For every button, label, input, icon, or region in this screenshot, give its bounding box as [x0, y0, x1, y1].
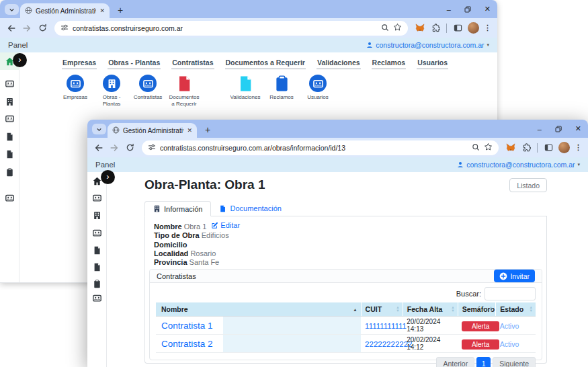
tab-close-icon[interactable]: ✕: [187, 127, 192, 134]
invitar-button[interactable]: Invitar: [494, 270, 535, 282]
menu-kebab-icon[interactable]: ⋮: [575, 143, 582, 152]
sidebar-item-empresas[interactable]: [0, 79, 19, 88]
column-header-semaforo[interactable]: Semáforo ▲▼: [458, 302, 496, 317]
extensions-puzzle-icon[interactable]: [430, 23, 441, 34]
zoom-icon[interactable]: [472, 142, 480, 154]
sidebar-item-usuarios[interactable]: [87, 294, 106, 302]
nav-link-documentos[interactable]: Documentos a Requerir: [225, 58, 306, 69]
estado-link[interactable]: Activo: [500, 322, 519, 330]
profile-avatar[interactable]: [468, 22, 479, 34]
sidebar-item-contratistas[interactable]: [0, 114, 19, 123]
user-menu[interactable]: constructora@constructora.com.ar ▾: [457, 161, 580, 169]
new-tab-button[interactable]: +: [114, 3, 127, 17]
bookmark-star-icon[interactable]: [484, 142, 493, 154]
extension-fox-icon[interactable]: [415, 23, 425, 34]
contratista-link[interactable]: Contratista 2: [161, 339, 213, 349]
sidebar-item-reclamos[interactable]: [87, 280, 106, 288]
shortcut-usuarios[interactable]: Usuarios: [300, 75, 336, 101]
tab-close-icon[interactable]: ✕: [99, 7, 105, 14]
sidebar-expand-button[interactable]: ›: [101, 170, 115, 184]
page-1-button[interactable]: 1: [476, 357, 491, 367]
column-header-fecha-alta[interactable]: Fecha Alta ▲▼: [403, 302, 458, 317]
zoom-icon[interactable]: [381, 22, 389, 34]
editar-link[interactable]: Editar: [211, 221, 240, 230]
sidebar-item-obras[interactable]: [0, 97, 19, 106]
browser-tab[interactable]: Gestión Administrativa ✕: [108, 123, 197, 138]
tab-search-button[interactable]: [5, 4, 19, 15]
shortcut-empresas[interactable]: Empresas: [57, 75, 93, 101]
shortcut-validaciones[interactable]: Validaciones: [227, 75, 263, 101]
browser-tab[interactable]: Gestión Administrativa ✕: [20, 3, 110, 18]
side-panel-icon[interactable]: [452, 23, 463, 34]
address-bar[interactable]: contratistas.construirseguro.com.ar: [54, 21, 408, 36]
restore-button[interactable]: [464, 6, 471, 13]
shortcut-documentos[interactable]: Documentos a Requerir: [166, 75, 202, 108]
site-settings-icon[interactable]: [148, 142, 156, 154]
restore-button[interactable]: [555, 126, 562, 132]
window-titlebar[interactable]: Gestión Administrativa ✕ + – ✕: [0, 0, 497, 18]
profile-avatar[interactable]: [558, 142, 570, 153]
siguiente-button[interactable]: Siguiente: [493, 357, 536, 367]
sidebar-item-documentos[interactable]: [0, 132, 19, 141]
nav-link-empresas[interactable]: Empresas: [62, 58, 97, 69]
sidebar-item-validaciones[interactable]: [87, 263, 106, 272]
estado-link[interactable]: Activo: [500, 340, 519, 348]
tab-informacion[interactable]: Información: [144, 201, 211, 216]
close-button[interactable]: ✕: [575, 124, 581, 133]
minimize-button[interactable]: –: [447, 5, 451, 13]
column-header-cuit[interactable]: CUIT ▲▼: [361, 302, 403, 317]
nav-link-contratistas[interactable]: Contratistas: [171, 58, 214, 69]
close-button[interactable]: ✕: [485, 5, 491, 13]
cuit-link[interactable]: 11111111111: [365, 322, 407, 330]
forward-button[interactable]: [22, 23, 32, 34]
sidebar-expand-button[interactable]: ›: [13, 53, 27, 67]
semaforo-badge[interactable]: Alerta: [462, 321, 499, 331]
shortcut-contratistas[interactable]: Contratistas: [130, 75, 166, 101]
sidebar-item-documentos[interactable]: [87, 246, 106, 255]
reload-button[interactable]: [124, 142, 135, 153]
people-icon: [93, 294, 101, 302]
column-header-nombre[interactable]: Nombre ▲: [156, 302, 361, 317]
nav-link-validaciones[interactable]: Validaciones: [317, 58, 361, 69]
extensions-puzzle-icon[interactable]: [521, 142, 532, 153]
address-bar[interactable]: contratistas.construirseguro.com.ar/obra…: [142, 140, 499, 155]
anterior-button[interactable]: Anterior: [436, 357, 474, 367]
url-text[interactable]: contratistas.construirseguro.com.ar: [73, 24, 183, 32]
tab-documentacion[interactable]: Documentación: [211, 201, 289, 216]
column-header-estado[interactable]: Estado ▲▼: [496, 302, 536, 317]
shortcut-reclamos[interactable]: Reclamos: [263, 75, 300, 101]
contratista-link[interactable]: Contratista 1: [161, 321, 213, 331]
minimize-button[interactable]: –: [538, 125, 542, 133]
browser-toolbar: contratistas.construirseguro.com.ar ⋮: [0, 18, 497, 38]
nav-link-usuarios[interactable]: Usuarios: [417, 58, 448, 69]
window-titlebar[interactable]: Gestión Administrativa ✕ + – ✕: [87, 120, 588, 138]
extension-fox-icon[interactable]: [505, 142, 516, 153]
url-text[interactable]: contratistas.construirseguro.com.ar/obra…: [160, 144, 345, 152]
cuit-link[interactable]: 22222222222: [365, 340, 412, 348]
nav-link-reclamos[interactable]: Reclamos: [372, 58, 407, 69]
side-panel-icon[interactable]: [543, 142, 554, 153]
forward-button[interactable]: [109, 142, 120, 153]
sidebar-item-obras[interactable]: [87, 211, 106, 220]
listado-button[interactable]: Listado: [509, 178, 547, 192]
reload-button[interactable]: [37, 23, 48, 34]
nav-link-obras[interactable]: Obras - Plantas: [108, 58, 161, 69]
sidebar-item-contratistas[interactable]: [87, 229, 106, 237]
globe-icon: [112, 126, 120, 135]
sidebar-item-validaciones[interactable]: [0, 150, 19, 159]
back-button[interactable]: [6, 23, 17, 34]
semaforo-badge[interactable]: Alerta: [462, 339, 499, 350]
new-tab-button[interactable]: +: [201, 123, 214, 136]
tab-search-button[interactable]: [92, 124, 106, 134]
buscar-input[interactable]: [485, 287, 536, 300]
shortcut-obras[interactable]: Obras - Plantas: [93, 75, 130, 108]
sidebar-item-empresas[interactable]: [87, 194, 106, 202]
globe-icon: [25, 7, 32, 15]
sidebar-item-reclamos[interactable]: [0, 168, 19, 177]
user-menu[interactable]: constructora@constructora.com.ar ▾: [366, 41, 489, 49]
back-button[interactable]: [93, 142, 104, 153]
bookmark-star-icon[interactable]: [393, 22, 402, 34]
site-settings-icon[interactable]: [60, 22, 69, 34]
menu-kebab-icon[interactable]: ⋮: [484, 24, 491, 32]
sidebar-item-usuarios[interactable]: [0, 194, 19, 202]
